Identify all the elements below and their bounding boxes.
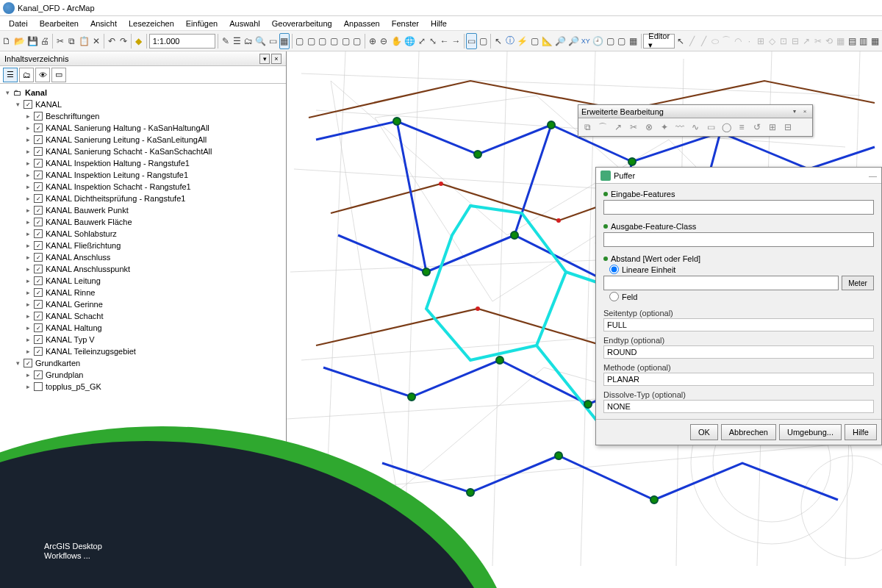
toc-layer[interactable]: ▸Beschriftungen (1, 110, 284, 122)
copy-icon[interactable]: ⧉ (66, 33, 77, 49)
buffer-unit-button[interactable]: Meter (842, 276, 874, 290)
toc-icon[interactable]: ☰ (232, 33, 243, 49)
adv-construct-icon[interactable]: ⊞ (765, 120, 780, 135)
buffer-ok-button[interactable]: OK (690, 424, 718, 440)
toc-layer[interactable]: ▸KANAL Teileinzugsgebiet (1, 345, 284, 357)
buffer-end-value[interactable]: ROUND (603, 345, 874, 359)
html-popup-icon[interactable]: ▢ (529, 33, 540, 49)
toc-layer[interactable]: ▸KANAL Inspektion Haltung - Rangstufe1 (1, 157, 284, 169)
menu-window[interactable]: Fenster (386, 18, 425, 29)
ed6-icon[interactable]: · (744, 33, 755, 49)
ed11-icon[interactable]: ↗ (801, 33, 812, 49)
edit-tool-icon[interactable]: ↖ (675, 33, 686, 49)
clear-selection-icon[interactable]: ▢ (478, 33, 489, 49)
menu-bookmarks[interactable]: Lesezeichen (123, 18, 180, 29)
buffer-method-value[interactable]: PLANAR (603, 373, 874, 386)
toc-group-grundkarten[interactable]: ▾ Grundkarten (1, 357, 284, 369)
adv-fillet-icon[interactable]: ⌒ (595, 120, 610, 135)
ed-attr-icon[interactable]: ▤ (847, 33, 858, 49)
toc-layer[interactable]: ▸topplus_p5_GK (1, 381, 284, 392)
hyperlink-icon[interactable]: ⚡ (516, 33, 528, 49)
fixed-zoom-out-icon[interactable]: ⤡ (428, 33, 439, 49)
menu-edit[interactable]: Bearbeiten (34, 18, 85, 29)
toc-tab-visibility-icon[interactable]: 👁 (35, 68, 50, 82)
advanced-editing-toolbar[interactable]: Erweiterte Bearbeitung ▾× ⧉ ⌒ ↗ ✂ ⊗ ✦ 〰 … (578, 104, 813, 137)
toc-tab-selection-icon[interactable]: ▭ (51, 68, 66, 82)
save-icon[interactable]: 💾 (26, 33, 39, 49)
buffer-distance-field[interactable] (603, 276, 839, 290)
toc-layer[interactable]: ▸KANAL Bauwerk Fläche (1, 216, 284, 228)
adv-smooth-icon[interactable]: ∿ (688, 120, 703, 135)
menu-selection[interactable]: Auswahl (223, 18, 266, 29)
adv-close-icon[interactable]: × (800, 107, 809, 116)
toc-layer[interactable]: ▸KANAL Inspektion Schacht - Rangstufe1 (1, 181, 284, 193)
ed14-icon[interactable]: ▦ (836, 33, 847, 49)
identify-icon[interactable]: ⓘ (505, 33, 516, 49)
ed-template-icon[interactable]: ▦ (870, 33, 881, 49)
full-extent-icon[interactable]: 🌐 (404, 33, 416, 49)
t4-icon[interactable]: ▢ (329, 33, 340, 49)
adv-align-icon[interactable]: ≡ (734, 120, 749, 135)
ed3-icon[interactable]: ⬭ (710, 33, 721, 49)
t2-icon[interactable]: ▢ (306, 33, 317, 49)
menu-geoprocessing[interactable]: Geoverarbeitung (266, 18, 338, 29)
t5-icon[interactable]: ▢ (340, 33, 351, 49)
viewer-icon[interactable]: ▢ (605, 33, 616, 49)
toc-layer[interactable]: ▸KANAL Sanierung Leitung - KaSanLeitungA… (1, 134, 284, 146)
menu-insert[interactable]: Einfügen (180, 18, 223, 29)
menu-help[interactable]: Hilfe (425, 18, 453, 29)
adv-replace-icon[interactable]: ↺ (750, 120, 764, 135)
new-icon[interactable]: 🗋 (1, 33, 12, 49)
map-canvas[interactable]: Erweiterte Bearbeitung ▾× ⧉ ⌒ ↗ ✂ ⊗ ✦ 〰 … (287, 51, 882, 567)
open-icon[interactable]: 📂 (13, 33, 26, 49)
toc-layer[interactable]: ▸KANAL Sanierung Haltung - KaSanHaltungA… (1, 122, 284, 134)
menu-file[interactable]: Datei (3, 18, 34, 29)
adv-extend-icon[interactable]: ↗ (611, 120, 625, 135)
zoom-out-icon[interactable]: ⊖ (379, 33, 390, 49)
buffer-cancel-button[interactable]: Abbrechen (721, 424, 776, 440)
buffer-env-button[interactable]: Umgebung... (779, 424, 842, 440)
pointer-icon[interactable]: ↖ (493, 33, 504, 49)
toc-layer[interactable]: ▸KANAL Inspektion Leitung - Rangstufe1 (1, 169, 284, 181)
t6-icon[interactable]: ▢ (351, 33, 362, 49)
editor-dropdown[interactable]: Editor ▾ (643, 34, 675, 49)
adv-trim-icon[interactable]: ✂ (626, 120, 641, 135)
zoom-in-icon[interactable]: ⊕ (367, 33, 378, 49)
toc-layer[interactable]: ▸KANAL Rinne (1, 287, 284, 298)
buffer-help-button[interactable]: Hilfe (845, 424, 877, 440)
print-icon[interactable]: 🖨 (40, 33, 51, 49)
toc-layer[interactable]: ▸KANAL Leitung (1, 275, 284, 287)
paste-icon[interactable]: 📋 (78, 33, 90, 49)
toc-layer[interactable]: ▸KANAL Sohlabsturz (1, 228, 284, 240)
ed13-icon[interactable]: ⟲ (824, 33, 835, 49)
menu-customize[interactable]: Anpassen (338, 18, 386, 29)
ed5-icon[interactable]: ◠ (733, 33, 744, 49)
scale-combo[interactable] (149, 34, 215, 49)
table-icon[interactable]: ▦ (628, 33, 639, 49)
buffer-input-field[interactable] (603, 200, 874, 215)
toc-tree[interactable]: ▾🗀 Kanal ▾ KANAL ▸Beschriftungen▸KANAL S… (0, 84, 286, 567)
toc-root[interactable]: ▾🗀 Kanal (1, 87, 284, 98)
back-icon[interactable]: ← (440, 33, 451, 49)
toc-layer[interactable]: ▸KANAL Haltung (1, 322, 284, 334)
toc-group-kanal[interactable]: ▾ KANAL (1, 98, 284, 110)
t3-icon[interactable]: ▢ (318, 33, 329, 49)
toc-close-icon[interactable]: × (271, 54, 282, 64)
pan-icon[interactable]: ✋ (390, 33, 403, 49)
adv-dropdown-icon[interactable]: ▾ (790, 107, 799, 116)
toc-layer[interactable]: ▸KANAL Sanierung Schacht - KaSanSchachtA… (1, 146, 284, 157)
toc-layer[interactable]: ▸KANAL Anschluss (1, 251, 284, 263)
toc-layer[interactable]: ▸KANAL Gerinne (1, 298, 284, 310)
adv-planarize-icon[interactable]: ⊟ (781, 120, 795, 135)
buffer-field-radio[interactable] (609, 292, 619, 301)
ed9-icon[interactable]: ⊡ (778, 33, 789, 49)
editor-toolbar-icon[interactable]: ✎ (220, 33, 231, 49)
buffer-linear-radio[interactable] (609, 265, 619, 274)
toc-layer[interactable]: ▸KANAL Dichtheitsprüfung - Rangstufe1 (1, 193, 284, 204)
forward-icon[interactable]: → (451, 33, 462, 49)
buffer-dialog[interactable]: Puffer — Eingabe-Features Ausgabe-Featur… (595, 167, 882, 445)
measure-icon[interactable]: 📐 (541, 33, 553, 49)
find-icon[interactable]: 🔎 (554, 33, 567, 49)
catalog-icon[interactable]: 🗂 (243, 33, 254, 49)
redo-icon[interactable]: ↷ (118, 33, 129, 49)
